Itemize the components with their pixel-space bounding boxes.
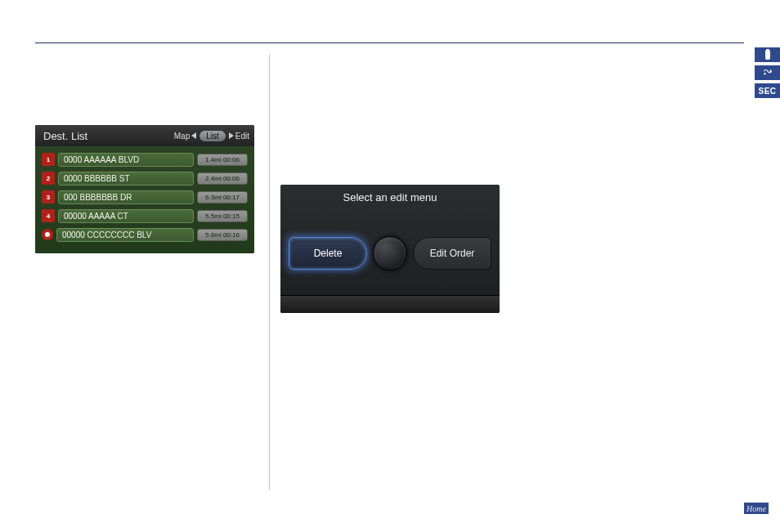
dest-row[interactable]: 00000 CCCCCCCC BLV 5.8mi 00:16: [42, 226, 248, 243]
arrow-left-icon: [191, 132, 196, 139]
voice-icon[interactable]: [755, 65, 780, 80]
dest-row[interactable]: 4 00000 AAAAA CT 5.5mi 00:15: [42, 208, 248, 224]
nav-edit[interactable]: Edit: [229, 132, 249, 141]
dest-name: 0000 BBBBBB ST: [58, 172, 194, 186]
delete-button[interactable]: Delete: [289, 237, 367, 270]
nav-map[interactable]: Map: [174, 132, 196, 141]
dest-list-screen: Dest. List Map List Edit 1 0000 AAAAAA B…: [35, 125, 254, 253]
waypoint-badge-icon: 2: [42, 172, 55, 185]
page-rule: [35, 42, 744, 43]
edit-order-button[interactable]: Edit Order: [413, 237, 491, 270]
edit-menu-bottom-bar: [280, 295, 500, 313]
dest-row[interactable]: 3 000 BBBBBBB DR 6.3mi 00:17: [42, 189, 248, 205]
rotary-knob-icon[interactable]: [373, 236, 407, 270]
waypoint-badge-icon: 4: [42, 209, 55, 222]
dest-name: 00000 CCCCCCCC BLV: [56, 228, 194, 242]
nav-map-label: Map: [174, 132, 190, 141]
dest-list-nav: Map List Edit: [174, 131, 249, 141]
dest-list-title: Dest. List: [43, 130, 87, 142]
waypoint-badge-icon: 1: [42, 153, 55, 166]
edit-menu-screen: Select an edit menu Delete Edit Order: [280, 185, 500, 313]
svg-point-0: [764, 73, 765, 74]
dest-meta: 2.4mi 00:06: [197, 172, 248, 185]
svg-point-1: [769, 70, 771, 72]
edit-menu-title: Select an edit menu: [280, 185, 500, 211]
dest-meta: 5.5mi 00:15: [197, 210, 248, 222]
dest-meta: 5.8mi 00:16: [197, 229, 248, 241]
dest-name: 00000 AAAAA CT: [58, 209, 194, 223]
dest-row[interactable]: 2 0000 BBBBBB ST 2.4mi 00:06: [42, 170, 248, 186]
nav-edit-label: Edit: [235, 132, 249, 141]
arrow-right-icon: [229, 132, 234, 139]
section-badge[interactable]: SEC: [755, 83, 780, 98]
info-icon[interactable]: [755, 47, 780, 62]
nav-list[interactable]: List: [199, 131, 226, 141]
dest-meta: 1.4mi 00:06: [197, 154, 248, 166]
dest-row[interactable]: 1 0000 AAAAAA BLVD 1.4mi 00:06: [42, 151, 248, 168]
dest-list-header: Dest. List Map List Edit: [35, 125, 254, 146]
dest-name: 000 BBBBBBB DR: [58, 190, 194, 204]
dest-name: 0000 AAAAAA BLVD: [58, 153, 194, 167]
final-destination-icon: [42, 229, 53, 240]
edit-menu-row: Delete Edit Order: [280, 211, 500, 295]
waypoint-badge-icon: 3: [42, 190, 55, 203]
column-divider: [269, 55, 270, 490]
dest-list-body: 1 0000 AAAAAA BLVD 1.4mi 00:06 2 0000 BB…: [35, 146, 254, 253]
home-link[interactable]: Home: [744, 503, 769, 514]
dest-meta: 6.3mi 00:17: [197, 191, 248, 203]
side-badges: SEC: [755, 47, 780, 98]
